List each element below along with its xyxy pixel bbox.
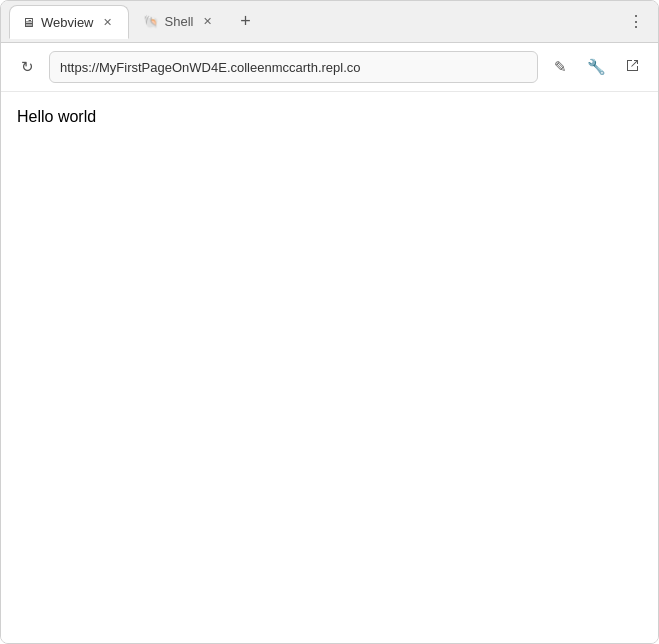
content-area: Hello world [1,92,658,644]
tab-shell-close[interactable]: ✕ [199,14,215,30]
open-external-button[interactable] [618,53,646,81]
tools-button[interactable]: 🔧 [582,53,610,81]
edit-icon: ✎ [554,58,567,76]
tab-menu-button[interactable]: ⋮ [622,8,650,36]
hello-world-text: Hello world [17,108,96,125]
add-tab-button[interactable]: + [231,8,259,36]
tab-menu-icon: ⋮ [628,12,644,31]
edit-button[interactable]: ✎ [546,53,574,81]
tab-webview-close[interactable]: ✕ [100,14,116,30]
address-bar-row: ↻ ✎ 🔧 [1,43,658,92]
shell-icon: 🐚 [143,14,159,29]
tab-bar: 🖥 Webview ✕ 🐚 Shell ✕ + ⋮ [1,1,658,43]
open-external-icon [625,58,640,76]
tab-shell-label: Shell [165,14,194,29]
refresh-button[interactable]: ↻ [13,53,41,81]
refresh-icon: ↻ [21,58,34,76]
address-input[interactable] [49,51,538,83]
tools-icon: 🔧 [587,58,606,76]
tab-webview[interactable]: 🖥 Webview ✕ [9,5,129,39]
tab-shell[interactable]: 🐚 Shell ✕ [131,5,228,39]
tab-webview-label: Webview [41,15,94,30]
monitor-icon: 🖥 [22,15,35,30]
add-tab-icon: + [240,11,251,32]
